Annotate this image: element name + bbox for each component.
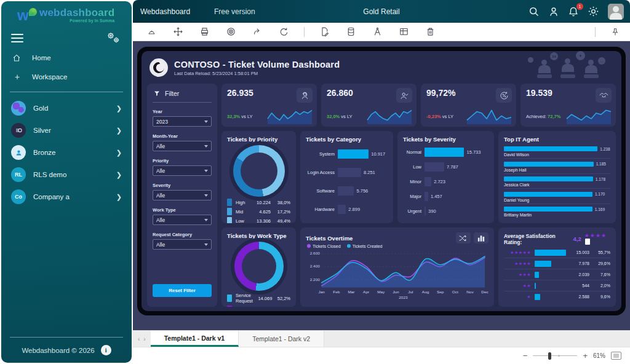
filter-dropdown[interactable]: Alle (153, 215, 212, 225)
print-icon[interactable] (198, 25, 211, 38)
bar-row[interactable]: Normal15.733 (403, 148, 488, 157)
row-stars: ★★★ (504, 272, 531, 277)
satisfaction-row[interactable]: ★2.5889,6% (504, 292, 610, 302)
row-percent: 2,0% (593, 283, 610, 288)
svg-text:Jan: Jan (319, 290, 325, 293)
measure-icon[interactable] (371, 25, 384, 38)
undo-icon[interactable] (277, 25, 290, 38)
kpi-sparkline (466, 106, 512, 125)
svg-text:2.600: 2.600 (310, 252, 321, 255)
bar-row[interactable]: Login Access8.251 (306, 168, 388, 177)
legend-row[interactable]: Mid4.62517,2% (227, 208, 290, 215)
info-icon[interactable]: i (101, 345, 111, 355)
focus-icon[interactable] (225, 25, 237, 38)
fit-to-screen-icon[interactable] (611, 352, 621, 360)
bar-row[interactable]: Low7.787 (403, 162, 488, 172)
plus-icon: + (12, 72, 22, 82)
bar (338, 205, 346, 214)
shuffle-icon[interactable] (456, 232, 471, 243)
tab-scroll-left-icon[interactable]: ‹ (138, 336, 140, 342)
bar-label: Login Access (306, 170, 335, 175)
agent-row[interactable]: 1.185Joseph Hall (504, 162, 610, 174)
satisfaction-row[interactable]: ★★★★7.97829,6% (504, 259, 610, 269)
table-icon[interactable] (397, 25, 410, 38)
support-agent-icon (297, 88, 313, 103)
reset-filter-button[interactable]: Reset Filter (153, 284, 212, 297)
legend-percent: 52,2% (272, 296, 290, 301)
satisfaction-row[interactable]: ★★5442,0% (504, 281, 610, 291)
bar-row[interactable]: Major1.457 (403, 192, 488, 201)
agent-row[interactable]: 1.170Daniel Young (504, 192, 610, 204)
bell-icon[interactable]: 1 (568, 6, 579, 17)
sidebar-item-workspace[interactable]: +Workspace (1, 67, 132, 87)
dome-icon[interactable] (145, 25, 158, 38)
search-icon[interactable] (528, 6, 540, 17)
legend-row[interactable]: Low13.30649,4% (227, 217, 290, 223)
export-icon[interactable] (318, 25, 331, 38)
legend-label: High (236, 200, 250, 205)
legend-item[interactable]: Tickets Created (347, 244, 383, 248)
legend-item[interactable]: Tickets Closed (307, 244, 341, 248)
agent-row[interactable]: 1.238David Wilson (504, 146, 610, 159)
filter-dropdown[interactable]: Alle (153, 165, 212, 176)
bar-row[interactable]: Hardware2.899 (306, 205, 388, 214)
svg-text:Apr: Apr (363, 290, 369, 293)
topbar-app-name: Webdashboard (140, 7, 214, 16)
agent-row[interactable]: 1.178Jessica Clark (504, 176, 610, 189)
bar-row[interactable]: Urgent390 (403, 207, 488, 216)
gear-icon[interactable] (588, 6, 599, 17)
bar-row[interactable]: Software5.756 (306, 186, 388, 196)
workspace-item-rls-demo[interactable]: RLRLS demo❯ (1, 164, 132, 186)
row-value: 7.978 (570, 261, 589, 266)
filter-dropdown[interactable]: Alle (153, 141, 212, 151)
svg-text:2.200: 2.200 (310, 278, 321, 281)
move-icon[interactable] (172, 25, 185, 38)
workspace-item-gold[interactable]: Gold❯ (1, 97, 132, 119)
satisfaction-row[interactable]: ★★★★★15.00355,7% (504, 248, 610, 258)
pin-icon[interactable] (609, 26, 621, 38)
hamburger-menu-icon[interactable] (11, 31, 23, 45)
filter-icon (154, 90, 160, 97)
agent-name: Brittany Martin (504, 213, 610, 217)
panel-worktype: Tickets by Work TypeService Request14.06… (221, 228, 296, 307)
workspace-item-bronze[interactable]: Bronze❯ (1, 141, 132, 164)
agent-row[interactable]: 1.169Brittany Martin (504, 207, 610, 218)
legend-row[interactable]: High10.22438,0% (227, 199, 290, 206)
bar (338, 168, 361, 177)
zoom-out-button[interactable]: − (523, 352, 528, 360)
sidebar-item-home[interactable]: Home (1, 49, 132, 67)
tab-template1-dark-v2[interactable]: Template1 - Dark v2 (239, 331, 324, 347)
share-icon[interactable] (251, 25, 264, 38)
zoom-slider[interactable] (533, 352, 577, 360)
donut-hole (242, 249, 276, 283)
delete-icon[interactable] (424, 25, 437, 38)
bar-value: 5.756 (356, 188, 368, 194)
column-chart-icon[interactable] (474, 232, 488, 243)
bar-track: 1.457 (425, 192, 488, 201)
avatar[interactable] (608, 4, 624, 20)
bar-track (535, 272, 566, 278)
workspace-item-silver[interactable]: Silver❯ (1, 119, 132, 141)
rating-stars-icon: ★★★★ (584, 232, 610, 245)
settings-gears-icon[interactable] (103, 31, 122, 45)
filter-dropdown[interactable]: 2023 (153, 116, 212, 127)
bar-track (535, 261, 566, 267)
bar-row[interactable]: Minor2.723 (403, 177, 488, 186)
filter-dropdown[interactable]: Alle (153, 239, 212, 250)
legend-row[interactable]: Service Request14.06952,2% (227, 293, 290, 304)
filter-dropdown[interactable]: Alle (153, 190, 212, 200)
user-icon[interactable] (548, 6, 559, 17)
bar-row[interactable]: System10.917 (306, 149, 388, 159)
workspace-item-company-a[interactable]: CoCompany a❯ (1, 186, 132, 208)
legend-row[interactable]: Incident12.86647,8% (227, 306, 290, 307)
filter-panel: Filter Year2023Month-YearAllePriorityAll… (147, 84, 217, 307)
satisfaction-row[interactable]: ★★★2.0397,6% (504, 270, 610, 280)
chevron-right-icon: ❯ (116, 193, 122, 201)
tab-template1-dark-v1[interactable]: Template1 - Dark v1 (151, 331, 239, 347)
tab-scroll-right-icon[interactable]: › (143, 336, 145, 342)
workspace-list: Gold❯Silver❯Bronze❯RLRLS demo❯CoCompany … (1, 97, 132, 208)
database-icon[interactable] (345, 25, 357, 38)
report-toolbar (133, 23, 630, 41)
bar-track: 390 (425, 207, 488, 216)
zoom-in-button[interactable]: + (583, 352, 588, 360)
